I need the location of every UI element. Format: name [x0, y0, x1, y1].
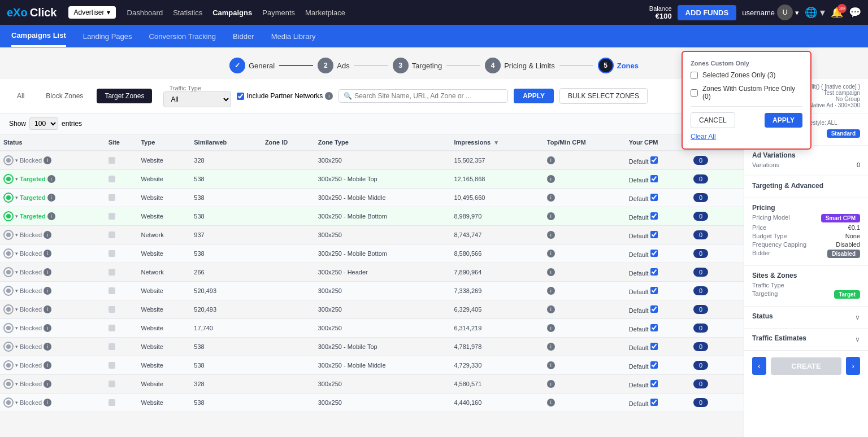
target-icon-gray	[3, 230, 14, 240]
cell-subids: 0	[690, 356, 744, 375]
cpm-checkbox[interactable]	[650, 231, 658, 238]
search-box[interactable]: 🔍	[338, 89, 508, 103]
add-funds-button[interactable]: ADD FUNDS	[678, 5, 737, 20]
advertiser-dropdown[interactable]: Advertiser ▾	[68, 6, 116, 19]
info-icon: i	[547, 250, 555, 257]
campaign-type-badge: Standard	[827, 129, 860, 138]
cell-yourcpm: Default	[626, 226, 690, 244]
subnav-media-library[interactable]: Media Library	[271, 27, 316, 46]
info-icon: i	[547, 287, 555, 295]
cell-status: ▾ Blocked i	[0, 375, 105, 394]
cell-subids: 0	[690, 226, 744, 244]
language-selector[interactable]: 🌐 ▾	[805, 6, 825, 19]
cell-zonetype: 300x250 - Mobile Top	[315, 338, 451, 356]
cpm-checkbox[interactable]	[650, 399, 658, 406]
table-row: ▾ Blocked i Network 266 300x250 - Header…	[0, 263, 744, 282]
block-zones-tab[interactable]: Block Zones	[38, 89, 91, 103]
sort-icon: ▼	[493, 139, 499, 146]
traffic-type-label: Traffic Type	[169, 85, 231, 91]
step-label-targeting: Targeting	[412, 62, 442, 70]
cpm-checkbox[interactable]	[650, 305, 658, 313]
cpm-checkbox[interactable]	[650, 343, 658, 350]
cell-type: Website	[137, 244, 190, 263]
traffic-type-label-rp: Traffic Type	[752, 282, 784, 289]
partner-info-icon: i	[325, 92, 333, 100]
cell-zoneid	[262, 375, 315, 394]
pricing-title: Pricing	[752, 204, 860, 212]
info-icon: i	[547, 324, 555, 332]
cell-type: Website	[137, 151, 190, 170]
sites-zones-title: Sites & Zones	[752, 272, 860, 279]
partner-networks-checkbox[interactable]: Include Partner Networks i	[237, 92, 333, 100]
cpm-checkbox[interactable]	[650, 380, 658, 387]
next-step-button[interactable]: ›	[846, 357, 860, 375]
info-icon: i	[44, 324, 51, 332]
bulk-select-button[interactable]: BULK SELECT ZONES	[559, 88, 648, 104]
targeting-section-header[interactable]: Targeting & Advanced	[752, 182, 860, 192]
user-menu[interactable]: username U ▾	[742, 5, 799, 20]
cell-subids: 0	[690, 244, 744, 263]
target-zones-tab[interactable]: Target Zones	[97, 89, 152, 103]
cpm-checkbox[interactable]	[650, 250, 658, 257]
cpm-checkbox[interactable]	[650, 175, 658, 182]
create-button[interactable]: CREATE	[771, 357, 842, 375]
nav-dashboard[interactable]: Dashboard	[127, 8, 163, 17]
nav-payments[interactable]: Payments	[262, 8, 295, 17]
apply-button[interactable]: APPLY	[514, 89, 554, 103]
all-tab[interactable]: All	[9, 89, 32, 103]
table-header: Status Site Type Similarweb Zone ID Zone…	[0, 134, 744, 151]
popup-option2[interactable]: Zones With Custom Price Only (0)	[691, 85, 802, 100]
step-circle-general: ✓	[229, 58, 245, 73]
step-circle-ads: 2	[318, 58, 333, 73]
subnav-landing-pages[interactable]: Landing Pages	[83, 27, 132, 46]
subnav-campaigns-list[interactable]: Campaigns List	[11, 25, 66, 47]
cpm-checkbox[interactable]	[650, 212, 658, 220]
cpm-checkbox[interactable]	[650, 268, 658, 276]
clear-all-link[interactable]: Clear All	[691, 133, 716, 141]
info-icon: i	[44, 287, 51, 295]
logo-click: Click	[30, 6, 57, 19]
popup-apply-button[interactable]: APPLY	[765, 113, 802, 128]
traffic-est-header[interactable]: Traffic Estimates ∨	[752, 334, 860, 344]
cell-zonetype: 300x250 - Mobile Middle	[315, 356, 451, 375]
col-impressions[interactable]: Impressions ▼	[450, 134, 543, 151]
messages[interactable]: 💬	[849, 6, 861, 19]
cell-topcpm: i	[544, 170, 626, 189]
cell-zoneid	[262, 356, 315, 375]
notifications[interactable]: 🔔 39	[831, 6, 843, 19]
popup-option1[interactable]: Selected Zones Only (3)	[691, 71, 802, 79]
target-icon-gray	[3, 267, 14, 277]
custom-price-checkbox[interactable]	[691, 89, 698, 97]
cpm-checkbox[interactable]	[650, 194, 658, 201]
cell-status: ▾ Blocked i	[0, 394, 105, 412]
cell-type: Website	[137, 189, 190, 207]
balance-display: Balance €100	[649, 5, 672, 20]
popup-cancel-button[interactable]: CANCEL	[691, 112, 735, 128]
nav-marketplace[interactable]: Marketplace	[305, 8, 345, 17]
search-input[interactable]	[354, 92, 503, 100]
prev-step-button[interactable]: ‹	[752, 357, 766, 375]
cpm-checkbox[interactable]	[650, 361, 658, 369]
cpm-checkbox[interactable]	[650, 287, 658, 294]
cell-topcpm: i	[544, 263, 626, 282]
cell-status: ▾ Blocked i	[0, 282, 105, 300]
nav-campaigns[interactable]: Campaigns	[212, 8, 252, 17]
info-icon: i	[547, 305, 555, 313]
traffic-type-select[interactable]: All	[163, 91, 231, 107]
cell-site	[105, 244, 138, 263]
entries-select[interactable]: 100 50 25	[29, 117, 58, 130]
cpm-checkbox[interactable]	[650, 156, 658, 164]
selected-zones-checkbox[interactable]	[691, 72, 698, 79]
status-section-header[interactable]: Status ∨	[752, 312, 860, 322]
cell-yourcpm: Default	[626, 300, 690, 319]
col-site: Site	[105, 134, 138, 151]
target-icon-gray	[3, 397, 14, 408]
cell-topcpm: i	[544, 151, 626, 170]
target-icon-gray	[3, 342, 14, 352]
cell-zoneid	[262, 263, 315, 282]
cell-yourcpm: Default	[626, 151, 690, 170]
cpm-checkbox[interactable]	[650, 324, 658, 331]
subnav-conversion-tracking[interactable]: Conversion Tracking	[149, 27, 216, 46]
subnav-bidder[interactable]: Bidder	[233, 27, 254, 46]
nav-statistics[interactable]: Statistics	[173, 8, 202, 17]
